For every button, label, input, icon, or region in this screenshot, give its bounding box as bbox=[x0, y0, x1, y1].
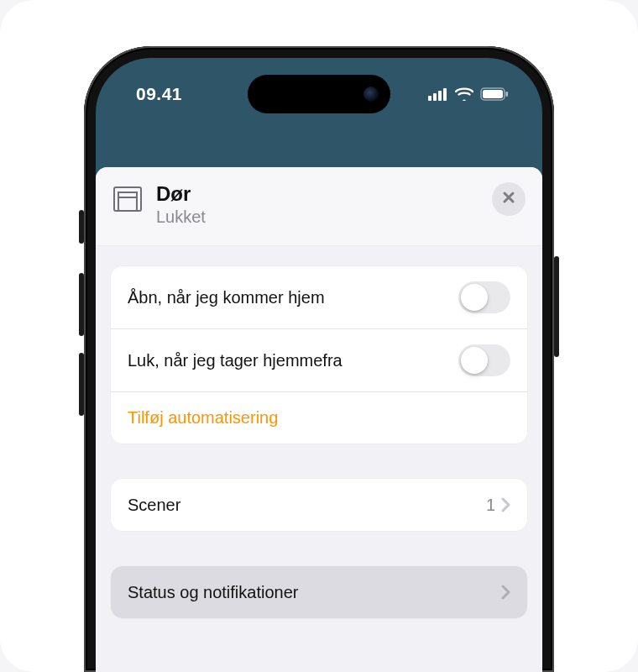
toggle-close-leave[interactable] bbox=[458, 344, 510, 376]
phone-screen: 09.41 bbox=[96, 58, 542, 672]
phone-frame: 09.41 bbox=[84, 46, 554, 672]
phone-side-button bbox=[79, 353, 84, 416]
canvas: 09.41 bbox=[0, 0, 638, 672]
row-label: Scener bbox=[128, 496, 486, 515]
sheet-header: Dør Lukket bbox=[96, 167, 542, 246]
chevron-right-icon bbox=[500, 585, 510, 600]
add-automation-button[interactable]: Tilføj automatisering bbox=[111, 391, 527, 444]
scenes-card: Scener 1 bbox=[111, 479, 527, 531]
settings-sheet: Dør Lukket Åbn, når jeg bbox=[96, 167, 542, 672]
toggle-open-arrive[interactable] bbox=[458, 281, 510, 313]
close-button[interactable] bbox=[492, 182, 526, 216]
front-camera bbox=[363, 87, 379, 102]
dynamic-island bbox=[248, 75, 390, 113]
row-label: Status og notifikationer bbox=[128, 583, 500, 602]
garage-door-icon bbox=[112, 184, 143, 214]
status-time: 09.41 bbox=[136, 79, 237, 104]
phone-side-button bbox=[554, 256, 559, 357]
scenes-count: 1 bbox=[486, 496, 495, 515]
phone-side-button bbox=[79, 273, 84, 336]
battery-icon bbox=[480, 87, 509, 101]
svg-rect-5 bbox=[483, 90, 503, 98]
accessory-title: Dør bbox=[156, 182, 478, 206]
svg-rect-1 bbox=[433, 93, 437, 101]
status-notifications-row[interactable]: Status og notifikationer bbox=[111, 566, 527, 618]
automation-row-open-arrive[interactable]: Åbn, når jeg kommer hjem bbox=[111, 266, 527, 328]
row-label: Tilføj automatisering bbox=[128, 408, 510, 428]
phone-side-button bbox=[79, 210, 84, 244]
cellular-icon bbox=[428, 87, 448, 101]
automation-row-close-leave[interactable]: Luk, når jeg tager hjemmefra bbox=[111, 328, 527, 391]
scenes-row[interactable]: Scener 1 bbox=[111, 479, 527, 531]
status-icons bbox=[428, 82, 509, 101]
close-icon bbox=[502, 191, 515, 207]
svg-rect-2 bbox=[438, 91, 442, 101]
chevron-right-icon bbox=[500, 497, 510, 512]
header-titles: Dør Lukket bbox=[156, 182, 478, 227]
svg-rect-8 bbox=[118, 192, 137, 211]
svg-rect-6 bbox=[506, 92, 509, 97]
svg-rect-3 bbox=[443, 88, 447, 101]
accessory-status: Lukket bbox=[156, 207, 478, 227]
row-label: Åbn, når jeg kommer hjem bbox=[128, 288, 458, 307]
automations-card: Åbn, når jeg kommer hjem Luk, når jeg ta… bbox=[111, 266, 527, 444]
status-notifications-card: Status og notifikationer bbox=[111, 566, 527, 618]
svg-rect-0 bbox=[428, 96, 431, 101]
wifi-icon bbox=[455, 87, 473, 101]
row-label: Luk, når jeg tager hjemmefra bbox=[128, 351, 458, 370]
sheet-body: Åbn, når jeg kommer hjem Luk, når jeg ta… bbox=[96, 246, 542, 618]
